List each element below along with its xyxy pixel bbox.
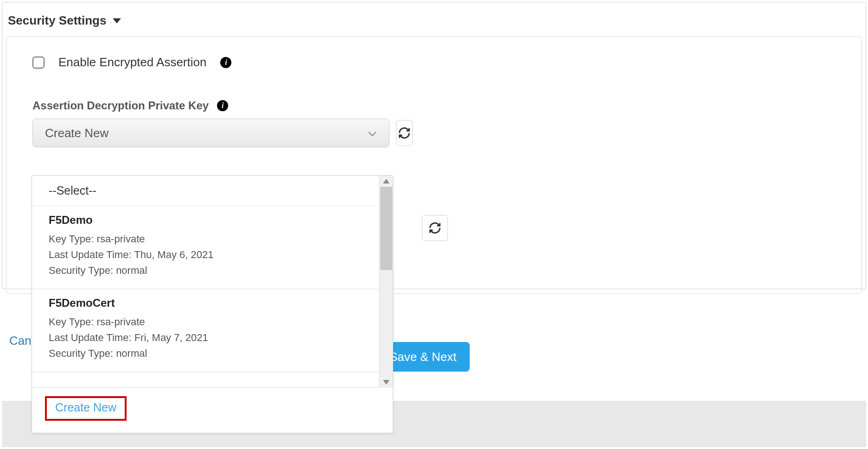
svg-marker-2	[383, 380, 389, 385]
caret-down-icon	[113, 18, 121, 24]
dropdown-option-peek[interactable]	[32, 372, 393, 388]
svg-marker-0	[113, 18, 121, 23]
refresh-button[interactable]	[396, 120, 413, 146]
info-icon[interactable]: i	[220, 57, 231, 68]
assertion-key-select[interactable]: Create New	[32, 119, 389, 147]
next-button-label: Save & Next	[389, 350, 457, 364]
info-icon[interactable]: i	[217, 100, 228, 111]
assertion-key-label: Assertion Decryption Private Key i	[32, 99, 836, 112]
scroll-down-icon[interactable]	[379, 377, 393, 388]
dropdown-option-f5democert[interactable]: F5DemoCert Key Type: rsa-private Last Up…	[32, 289, 393, 372]
dropdown-footer: Create New	[32, 388, 393, 433]
option-title: F5DemoCert	[49, 297, 376, 310]
dropdown-option-f5demo[interactable]: F5Demo Key Type: rsa-private Last Update…	[32, 206, 393, 289]
option-lastupdate: Last Update Time: Thu, May 6, 2021	[49, 249, 376, 261]
option-title: F5Demo	[49, 214, 376, 227]
assertion-key-select-row: Create New	[32, 119, 413, 147]
option-keytype: Key Type: rsa-private	[49, 233, 376, 245]
chevron-down-icon	[368, 126, 377, 140]
assertion-key-text: Assertion Decryption Private Key	[32, 99, 209, 112]
select-value: Create New	[45, 126, 108, 140]
scroll-up-icon[interactable]	[379, 176, 393, 187]
enable-encrypted-row: Enable Encrypted Assertion i	[32, 55, 836, 70]
refresh-button-secondary[interactable]	[422, 215, 448, 241]
enable-encrypted-label: Enable Encrypted Assertion	[58, 55, 206, 70]
svg-marker-1	[383, 179, 389, 183]
dropdown-placeholder-text: --Select--	[49, 184, 96, 197]
option-lastupdate: Last Update Time: Fri, May 7, 2021	[49, 332, 376, 344]
option-keytype: Key Type: rsa-private	[49, 316, 376, 328]
assertion-key-dropdown: --Select-- F5Demo Key Type: rsa-private …	[32, 175, 393, 433]
scrollbar-thumb[interactable]	[380, 187, 392, 270]
scrollbar-track[interactable]	[379, 176, 393, 388]
dropdown-scroll-area: --Select-- F5Demo Key Type: rsa-private …	[32, 176, 393, 388]
create-new-option[interactable]: Create New	[45, 396, 127, 421]
enable-encrypted-checkbox[interactable]	[32, 57, 45, 69]
dropdown-option-placeholder[interactable]: --Select--	[32, 176, 393, 206]
section-title: Security Settings	[8, 13, 106, 28]
option-securitytype: Security Type: normal	[49, 348, 376, 360]
section-header[interactable]: Security Settings	[6, 4, 862, 36]
option-securitytype: Security Type: normal	[49, 265, 376, 277]
